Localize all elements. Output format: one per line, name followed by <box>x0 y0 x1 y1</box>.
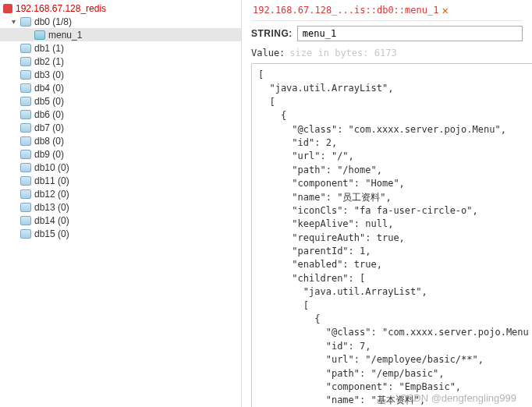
key-icon <box>34 30 45 40</box>
tree-db-db1[interactable]: db1 (1) <box>0 41 241 55</box>
key-row: STRING: <box>242 21 532 46</box>
tree-db-db7[interactable]: db7 (0) <box>0 121 241 134</box>
database-icon <box>20 110 31 119</box>
database-icon <box>20 216 31 225</box>
tree-server-label: 192.168.67.128_redis <box>16 3 106 14</box>
tree-db-db12[interactable]: db12 (0) <box>0 187 241 200</box>
detail-panel: 192.168.67.128_...is::db0::menu_1 ✕ STRI… <box>242 0 532 407</box>
tree-db-label: db0 (1/8) <box>34 16 72 27</box>
value-content[interactable]: [ "java.util.ArrayList", [ { "@class": "… <box>251 63 532 407</box>
tree-db-db5[interactable]: db5 (0) <box>0 94 241 108</box>
tree-key-menu_1[interactable]: menu_1 <box>0 28 241 41</box>
tab-title: 192.168.67.128_...is::db0::menu_1 <box>253 5 438 16</box>
tree-db-label: db3 (0) <box>34 69 64 80</box>
database-icon <box>20 83 31 93</box>
tree-db-db13[interactable]: db13 (0) <box>0 200 241 214</box>
tree-db-label: db1 (1) <box>34 43 64 54</box>
database-icon <box>20 176 31 186</box>
chevron-down-icon[interactable]: ▾ <box>9 17 17 26</box>
database-icon <box>20 123 31 133</box>
database-icon <box>20 189 31 199</box>
tree-db-label: db6 (0) <box>34 109 64 120</box>
tree-db-label: db12 (0) <box>34 189 69 200</box>
key-name-input[interactable] <box>297 26 523 41</box>
database-icon <box>20 44 31 53</box>
tree-server[interactable]: 192.168.67.128_redis <box>0 2 241 15</box>
database-icon <box>20 229 31 239</box>
tree-key-label: menu_1 <box>48 30 82 41</box>
database-icon <box>20 136 31 146</box>
tree-db-db4[interactable]: db4 (0) <box>0 81 241 94</box>
database-icon <box>20 17 31 27</box>
type-label: STRING: <box>251 28 293 39</box>
tree-db-db2[interactable]: db2 (1) <box>0 55 241 68</box>
tree-db-label: db5 (0) <box>34 96 64 107</box>
tree-db-db15[interactable]: db15 (0) <box>0 227 241 240</box>
tree-db-db10[interactable]: db10 (0) <box>0 161 241 174</box>
tree-db-label: db14 (0) <box>34 215 69 226</box>
tree-db-db6[interactable]: db6 (0) <box>0 108 241 121</box>
tree-db-label: db15 (0) <box>34 228 69 239</box>
tree-db-label: db9 (0) <box>34 149 64 160</box>
value-label: Value: <box>251 48 285 58</box>
json-text: [ "java.util.ArrayList", [ { "@class": "… <box>258 69 529 407</box>
tree-db-db14[interactable]: db14 (0) <box>0 214 241 227</box>
tree-db-label: db8 (0) <box>34 136 64 147</box>
tree-db-db11[interactable]: db11 (0) <box>0 174 241 187</box>
tree-db-db9[interactable]: db9 (0) <box>0 147 241 161</box>
server-icon <box>3 4 12 13</box>
tree-db-db8[interactable]: db8 (0) <box>0 134 241 147</box>
database-icon <box>20 57 31 66</box>
database-tree: 192.168.67.128_redis ▾db0 (1/8)menu_1db1… <box>0 0 242 407</box>
tab-bar: 192.168.67.128_...is::db0::menu_1 ✕ <box>242 0 532 20</box>
size-hint: size in bytes: 6173 <box>289 48 396 58</box>
close-icon[interactable]: ✕ <box>442 4 448 16</box>
database-icon <box>20 70 31 80</box>
database-icon <box>20 163 31 172</box>
tree-db-label: db2 (1) <box>34 56 64 67</box>
tree-db-label: db7 (0) <box>34 122 64 133</box>
tree-db-label: db13 (0) <box>34 202 69 213</box>
tree-db-label: db10 (0) <box>34 162 69 173</box>
tab-active[interactable]: 192.168.67.128_...is::db0::menu_1 ✕ <box>248 2 453 19</box>
tree-db-db0[interactable]: ▾db0 (1/8) <box>0 15 241 28</box>
tree-db-label: db11 (0) <box>34 175 69 186</box>
tree-db-db3[interactable]: db3 (0) <box>0 68 241 81</box>
database-icon <box>20 203 31 212</box>
tree-db-label: db4 (0) <box>34 83 64 94</box>
database-icon <box>20 97 31 106</box>
value-row: Value: size in bytes: 6173 <box>242 46 532 60</box>
database-icon <box>20 150 31 159</box>
